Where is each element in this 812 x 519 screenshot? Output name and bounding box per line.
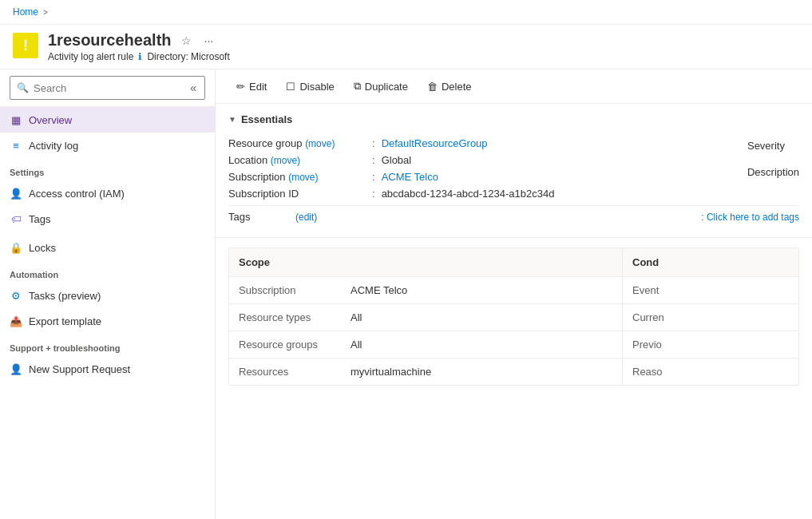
scope-row-2-value: All bbox=[351, 339, 362, 351]
sidebar-item-tasks[interactable]: ⚙ Tasks (preview) bbox=[0, 283, 215, 308]
scope-row-3-label: Resources bbox=[239, 366, 351, 378]
resource-name-actions: ☆ ··· bbox=[178, 33, 217, 49]
essentials-row-description: Description bbox=[747, 161, 799, 183]
condition-table-header: Cond bbox=[623, 248, 798, 277]
export-icon: 📤 bbox=[10, 315, 22, 327]
sidebar-item-support-request-label: New Support Request bbox=[29, 363, 130, 375]
essentials-header[interactable]: ▼ Essentials bbox=[228, 113, 799, 125]
edit-label: Edit bbox=[249, 81, 267, 93]
edit-icon: ✏ bbox=[236, 81, 245, 93]
directory-label: Directory: Microsoft bbox=[147, 51, 229, 62]
more-options-button[interactable]: ··· bbox=[201, 33, 217, 49]
search-box: 🔍 « bbox=[0, 69, 215, 107]
table-row: Curren bbox=[623, 304, 798, 331]
essentials-right: Severity Description bbox=[735, 135, 799, 202]
delete-button[interactable]: 🗑 Delete bbox=[419, 77, 480, 97]
sidebar-item-locks[interactable]: 🔒 Locks bbox=[0, 235, 215, 260]
essentials-label-severity: Severity bbox=[747, 137, 785, 154]
subscription-value-link[interactable]: ACME Telco bbox=[382, 171, 438, 183]
settings-section-label: Settings bbox=[0, 158, 215, 180]
overview-icon: ▦ bbox=[10, 113, 22, 126]
disable-label: Disable bbox=[299, 81, 334, 93]
sidebar-item-export-label: Export template bbox=[29, 315, 101, 327]
sidebar-item-tags-label: Tags bbox=[29, 213, 50, 225]
favorite-button[interactable]: ☆ bbox=[178, 33, 195, 49]
tables-container: Scope Subscription ACME Telco Resource t… bbox=[228, 248, 799, 386]
scope-row-1-value: All bbox=[351, 311, 362, 323]
breadcrumb: Home > bbox=[0, 0, 812, 25]
resource-header: ! 1resourcehealth ☆ ··· Activity log ale… bbox=[0, 25, 812, 69]
edit-button[interactable]: ✏ Edit bbox=[228, 77, 275, 97]
essentials-value-rg: :DefaultResourceGroup bbox=[372, 137, 488, 149]
tags-row: Tags (edit) : Click here to add tags bbox=[228, 205, 799, 228]
support-request-icon: 👤 bbox=[10, 363, 22, 375]
essentials-section: ▼ Essentials Resource group (move) :Defa… bbox=[216, 104, 812, 238]
move-subscription-link[interactable]: (move) bbox=[288, 172, 318, 183]
essentials-label-sub-id: Subscription ID bbox=[228, 188, 372, 200]
automation-section-label: Automation bbox=[0, 260, 215, 283]
essentials-left: Resource group (move) :DefaultResourceGr… bbox=[228, 135, 735, 202]
scope-table: Scope Subscription ACME Telco Resource t… bbox=[229, 248, 623, 385]
essentials-row-sub-id: Subscription ID :abcdabcd-1234-abcd-1234… bbox=[228, 185, 735, 202]
cond-row-3-label: Reaso bbox=[632, 366, 744, 378]
sidebar-item-activity-log[interactable]: ≡ Activity log bbox=[0, 133, 215, 158]
essentials-row-location: Location (move) :Global bbox=[228, 152, 735, 168]
essentials-label-rg: Resource group (move) bbox=[228, 137, 372, 149]
essentials-label-description: Description bbox=[747, 164, 799, 180]
table-row: Event bbox=[623, 277, 798, 304]
cond-row-2-label: Previo bbox=[632, 339, 744, 351]
move-rg-link[interactable]: (move) bbox=[305, 138, 335, 149]
main-layout: 🔍 « ▦ Overview ≡ Activity log Settings 👤… bbox=[0, 69, 812, 519]
scope-row-3-value: myvirtualmachine bbox=[351, 366, 431, 378]
sidebar-item-overview[interactable]: ▦ Overview bbox=[0, 107, 215, 133]
collapse-sidebar-button[interactable]: « bbox=[188, 80, 198, 96]
search-input-wrap: 🔍 « bbox=[10, 76, 205, 100]
breadcrumb-sep: > bbox=[43, 8, 48, 17]
info-icon[interactable]: ℹ bbox=[138, 51, 142, 62]
move-location-link[interactable]: (move) bbox=[271, 155, 300, 166]
resource-name-row: 1resourcehealth ☆ ··· bbox=[48, 31, 799, 50]
tags-add-link[interactable]: : Click here to add tags bbox=[701, 212, 799, 223]
resource-name: 1resourcehealth bbox=[48, 31, 172, 50]
essentials-row-rg: Resource group (move) :DefaultResourceGr… bbox=[228, 135, 735, 152]
tasks-icon: ⚙ bbox=[10, 289, 22, 302]
table-row: Previo bbox=[623, 331, 798, 359]
duplicate-button[interactable]: ⧉ Duplicate bbox=[346, 76, 416, 97]
essentials-label-location: Location (move) bbox=[228, 154, 372, 166]
search-input[interactable] bbox=[34, 82, 188, 94]
scope-row-1-label: Resource types bbox=[239, 311, 351, 323]
essentials-value-location: :Global bbox=[372, 154, 411, 166]
resource-type-label: Activity log alert rule bbox=[48, 51, 133, 62]
delete-label: Delete bbox=[442, 81, 472, 93]
sidebar-item-overview-label: Overview bbox=[29, 114, 72, 126]
scope-table-header: Scope bbox=[229, 248, 622, 277]
tags-icon: 🏷 bbox=[10, 212, 22, 225]
tags-label: Tags bbox=[228, 211, 292, 223]
essentials-row-severity: Severity bbox=[747, 135, 799, 156]
toolbar: ✏ Edit ☐ Disable ⧉ Duplicate 🗑 Delete bbox=[216, 69, 812, 104]
delete-icon: 🗑 bbox=[427, 81, 438, 93]
cond-row-0-label: Event bbox=[632, 284, 744, 296]
sidebar-item-access-control-label: Access control (IAM) bbox=[29, 188, 125, 200]
sidebar-item-tasks-label: Tasks (preview) bbox=[29, 290, 101, 302]
duplicate-icon: ⧉ bbox=[354, 80, 361, 93]
sidebar-item-tags[interactable]: 🏷 Tags bbox=[0, 206, 215, 232]
sidebar-item-access-control[interactable]: 👤 Access control (IAM) bbox=[0, 180, 215, 206]
sidebar-item-support-request[interactable]: 👤 New Support Request bbox=[0, 356, 215, 382]
sidebar-item-export[interactable]: 📤 Export template bbox=[0, 308, 215, 334]
chevron-down-icon: ▼ bbox=[228, 115, 236, 124]
essentials-label-subscription: Subscription (move) bbox=[228, 171, 372, 183]
access-control-icon: 👤 bbox=[10, 187, 22, 200]
activity-log-icon: ≡ bbox=[10, 139, 22, 152]
sidebar-item-locks-label: Locks bbox=[29, 242, 56, 254]
essentials-value-subscription: :ACME Telco bbox=[372, 171, 438, 183]
essentials-content: Resource group (move) :DefaultResourceGr… bbox=[228, 135, 799, 202]
tags-edit-link[interactable]: (edit) bbox=[295, 212, 317, 223]
essentials-value-sub-id: :abcdabcd-1234-abcd-1234-a1b2c34d bbox=[372, 188, 554, 200]
breadcrumb-home[interactable]: Home bbox=[13, 6, 38, 18]
rg-value-link[interactable]: DefaultResourceGroup bbox=[382, 137, 488, 149]
disable-icon: ☐ bbox=[286, 81, 295, 93]
disable-button[interactable]: ☐ Disable bbox=[278, 77, 342, 97]
scope-row-0-label: Subscription bbox=[239, 284, 351, 296]
scope-row-2-label: Resource groups bbox=[239, 339, 351, 351]
